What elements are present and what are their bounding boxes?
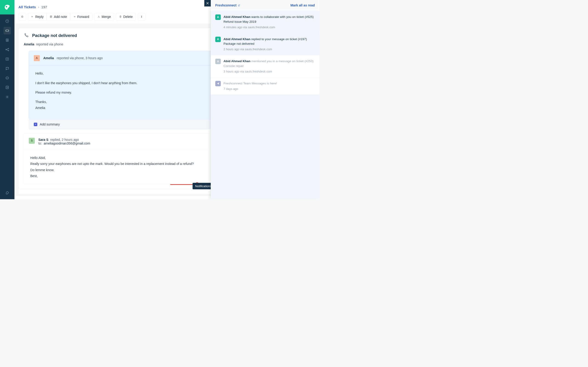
notification-item[interactable]: AAbid Ahmed Khan replied to your message… xyxy=(211,33,319,55)
avatar: S xyxy=(29,138,35,144)
svg-point-4 xyxy=(7,40,8,40)
close-icon xyxy=(206,2,209,5)
reported-line: Amelia reported via phone xyxy=(24,42,243,46)
agent-reply: S Sara S replied, 2 hours ago to: amelia… xyxy=(24,133,243,184)
sidebar xyxy=(0,0,15,199)
nav-solutions[interactable] xyxy=(3,55,11,63)
svg-rect-8 xyxy=(6,77,9,79)
nav-social[interactable] xyxy=(3,46,11,53)
svg-point-12 xyxy=(141,16,142,16)
more-actions-button[interactable] xyxy=(138,13,145,20)
avatar: A xyxy=(215,36,221,42)
notification-item[interactable]: AAbid Ahmed Khan wants to collaborate wi… xyxy=(211,11,319,33)
avatar xyxy=(215,81,221,86)
avatar: A xyxy=(215,59,221,64)
nav-reports[interactable] xyxy=(3,84,11,91)
star-button[interactable] xyxy=(18,13,26,20)
ticket-title: Package not delivered xyxy=(32,33,77,38)
summary-icon: ≡ xyxy=(34,123,37,126)
forward-button[interactable]: Forward xyxy=(70,13,92,20)
nav-fresh-leaf[interactable] xyxy=(3,189,11,197)
add-note-button[interactable]: Add note xyxy=(47,13,70,20)
phone-icon xyxy=(24,33,29,38)
avatar: A xyxy=(215,15,221,20)
notification-item[interactable]: Freshconnect Team Messages is here!7 day… xyxy=(211,77,319,94)
breadcrumb-ticket-id: 197 xyxy=(41,5,47,9)
add-summary-button[interactable]: ≡ Add summary xyxy=(29,119,238,129)
chevron-right-icon: › xyxy=(38,6,39,9)
external-link-icon xyxy=(238,4,240,7)
customer-message: A Amelia reported via phone, 3 hours ago… xyxy=(29,51,238,119)
nav-contacts[interactable] xyxy=(3,36,11,44)
breadcrumb-all-tickets[interactable]: All Tickets xyxy=(18,5,36,9)
nav-chat[interactable] xyxy=(3,65,11,72)
nav-tickets[interactable] xyxy=(3,27,11,34)
nav-automation[interactable] xyxy=(3,74,11,82)
svg-point-0 xyxy=(6,6,7,8)
nav-settings[interactable] xyxy=(3,93,11,101)
brand-logo[interactable] xyxy=(0,0,15,15)
svg-point-10 xyxy=(7,96,8,97)
notifications-drawer: Freshconnect Mark all as read AAbid Ahme… xyxy=(211,0,319,199)
drawer-close-button[interactable] xyxy=(204,0,211,6)
svg-point-14 xyxy=(141,17,142,18)
svg-point-5 xyxy=(6,49,7,50)
svg-point-6 xyxy=(8,48,9,49)
merge-button[interactable]: Merge xyxy=(94,13,114,20)
svg-point-7 xyxy=(8,50,9,51)
notification-item[interactable]: AAbid Ahmed Khan mentioned you in a mess… xyxy=(211,55,319,77)
delete-button[interactable]: Delete xyxy=(116,13,136,20)
nav-dashboard[interactable] xyxy=(3,17,11,25)
notification-list: AAbid Ahmed Khan wants to collaborate wi… xyxy=(211,11,319,199)
mark-all-read-button[interactable]: Mark all as read xyxy=(291,3,315,7)
drawer-brand-link[interactable]: Freshconnect xyxy=(215,3,240,7)
svg-point-13 xyxy=(141,17,142,17)
avatar: A xyxy=(34,55,40,61)
reply-button[interactable]: Reply xyxy=(28,13,47,20)
